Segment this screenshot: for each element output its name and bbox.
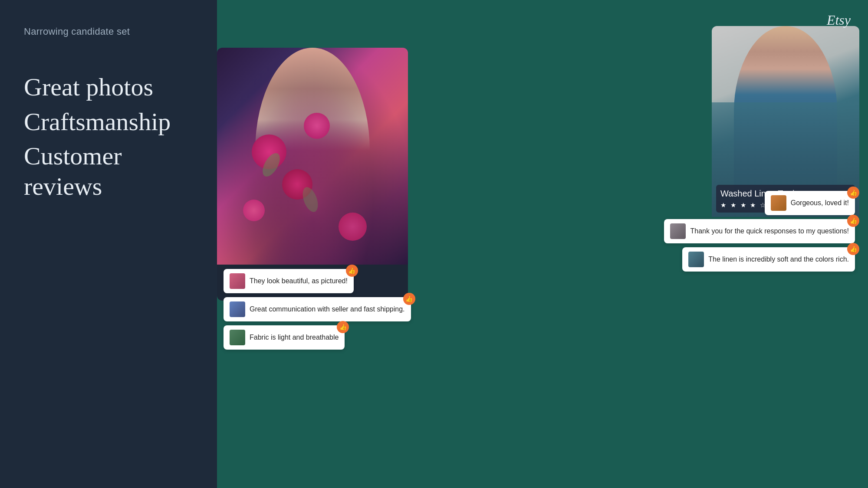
- right-panel: Etsy Pink Hibiscus Maxi Dress ★ ★ ★ ★ ★ …: [217, 0, 868, 488]
- reviewer-avatar-2: [230, 301, 245, 317]
- reviewer-avatar-3: [230, 330, 245, 345]
- flower-4: [243, 200, 265, 221]
- review-text-3: Fabric is light and breathable: [250, 334, 339, 341]
- review-bubble-3: Fabric is light and breathable 👍: [224, 325, 345, 350]
- point-customer-reviews: Customer reviews: [24, 141, 193, 201]
- flower-5: [339, 213, 367, 241]
- thumbs-up-icon-5: 👍: [847, 215, 859, 227]
- review-bubble-5: Thank you for the quick responses to my …: [664, 219, 855, 243]
- product-image-linen-tunic: Washed Linen Tunic ★ ★ ★ ★ ☆: [712, 26, 859, 217]
- review-bubble-4: Gorgeous, loved it! 👍: [765, 191, 855, 215]
- review-bubble-2: Great communication with seller and fast…: [224, 297, 411, 321]
- review-text-6: The linen is incredibly soft and the col…: [708, 255, 849, 263]
- thumbs-up-icon-4: 👍: [847, 187, 859, 199]
- point-craftsmanship: Craftsmanship: [24, 107, 193, 137]
- product-image-pink-hibiscus: [217, 48, 408, 265]
- etsy-logo: Etsy: [827, 12, 851, 28]
- thumbs-up-icon-6: 👍: [847, 243, 859, 255]
- review-text-2: Great communication with seller and fast…: [250, 305, 405, 313]
- reviewer-avatar-6: [688, 252, 704, 267]
- reviewer-avatar-4: [771, 195, 786, 211]
- review-bubble-1: They look beautiful, as pictured! 👍: [224, 269, 354, 293]
- flower-2: [304, 113, 330, 139]
- review-text-5: Thank you for the quick responses to my …: [690, 227, 849, 235]
- main-points: Great photos Craftsmanship Customer revi…: [24, 72, 193, 201]
- thumbs-up-icon-1: 👍: [346, 265, 358, 277]
- review-bubble-6: The linen is incredibly soft and the col…: [682, 247, 855, 272]
- reviewer-avatar-1: [230, 273, 245, 289]
- point-great-photos: Great photos: [24, 72, 193, 102]
- thumbs-up-icon-2: 👍: [403, 293, 415, 305]
- dress-decoration: [217, 48, 408, 265]
- subtitle: Narrowing candidate set: [24, 26, 193, 37]
- review-text-1: They look beautiful, as pictured!: [250, 277, 348, 285]
- reviewer-avatar-5: [670, 223, 686, 239]
- review-text-4: Gorgeous, loved it!: [791, 199, 849, 207]
- left-panel: Narrowing candidate set Great photos Cra…: [0, 0, 217, 488]
- product-card-linen-tunic[interactable]: Washed Linen Tunic ★ ★ ★ ★ ☆: [712, 26, 859, 252]
